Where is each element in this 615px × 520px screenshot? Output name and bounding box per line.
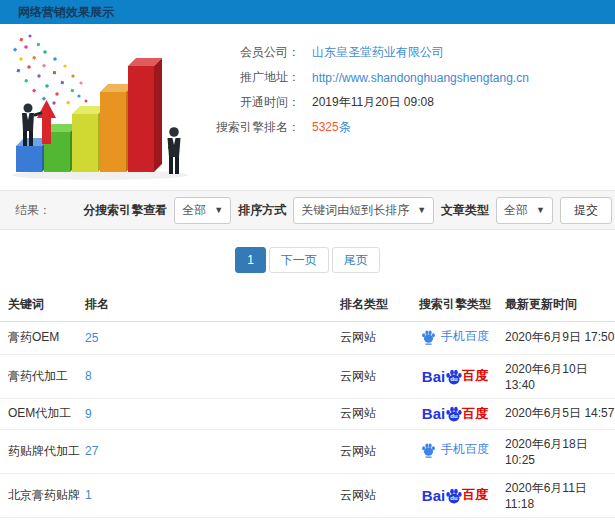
info-row-url: 推广地址： http://www.shandonghuangshengtang.…: [190, 65, 615, 90]
page: 网络营销效果展示: [0, 0, 615, 520]
table-row: 膏药代加工8云网站Baidu百度2020年6月10日 13:40: [0, 354, 615, 398]
rank-link[interactable]: 8: [85, 369, 92, 383]
company-label: 会员公司：: [190, 44, 300, 61]
engine-baidu-logo: Baidu百度: [422, 405, 488, 423]
last-page-button[interactable]: 尾页: [332, 247, 380, 273]
keyword-cell: 膏药代加工: [0, 354, 85, 398]
baidu-logo-bai: Bai: [422, 405, 445, 422]
result-label: 结果：: [15, 202, 51, 219]
baidu-paw-icon: du: [445, 368, 463, 385]
engine-mobile-baidu: 手机百度: [421, 328, 489, 345]
time-cell: 2020年6月5日 14:57: [505, 398, 615, 429]
sort-filter-label: 排序方式: [238, 202, 286, 219]
engine-mobile-baidu: 手机百度: [421, 441, 489, 458]
engine-cell: Baidu百度: [405, 473, 505, 517]
page-title: 网络营销效果展示: [18, 4, 114, 21]
time-cell: 2020年6月9日 17:50: [505, 322, 615, 355]
svg-text:du: du: [451, 376, 459, 382]
baidu-logo-baidu: 百度: [462, 486, 488, 504]
baidu-logo-bai: Bai: [422, 368, 445, 385]
open-time-label: 开通时间：: [190, 94, 300, 111]
table-row: 北京膏药贴牌1云网站Baidu百度2020年6月11日 11:18: [0, 473, 615, 517]
engine-cell: Baidu百度: [405, 354, 505, 398]
chevron-down-icon: ▼: [536, 205, 545, 215]
rank-link[interactable]: 25: [85, 331, 98, 345]
table-body: 膏药OEM25云网站手机百度2020年6月9日 17:50膏药代加工8云网站Ba…: [0, 322, 615, 520]
rank-count-number: 5325: [312, 120, 339, 134]
baidu-logo-bai: Bai: [422, 487, 445, 504]
baidu-paw-icon: [421, 442, 436, 458]
table-row: 药贴牌代加工27云网站手机百度2020年6月18日 10:25: [0, 429, 615, 473]
filter-bar: 结果： 分搜索引擎查看 全部 ▼ 排序方式 关键词由短到长排序 ▼ 文章类型 全…: [0, 190, 615, 230]
promo-url-link[interactable]: http://www.shandonghuangshengtang.cn: [312, 71, 529, 85]
time-cell: 2020年6月18日 10:25: [505, 429, 615, 473]
keyword-cell: 北京膏药贴牌: [0, 473, 85, 517]
keyword-cell: 药贴牌代加工: [0, 429, 85, 473]
rank-link[interactable]: 1: [85, 488, 92, 502]
table-header-row: 关键词 排名 排名类型 搜索引擎类型 最新更新时间: [0, 288, 615, 322]
confetti-decoration: [13, 34, 88, 104]
svg-text:du: du: [451, 413, 459, 419]
baidu-logo-baidu: 百度: [462, 367, 488, 385]
engine-mobile-label: 手机百度: [441, 441, 489, 458]
engine-baidu-logo: Baidu百度: [422, 367, 488, 385]
table-row: 膏药OEM25云网站手机百度2020年6月9日 17:50: [0, 322, 615, 355]
rank-type-cell: 云网站: [340, 429, 405, 473]
submit-button[interactable]: 提交: [560, 197, 612, 224]
chevron-down-icon: ▼: [214, 205, 223, 215]
rank-count-value: 5325条: [312, 119, 351, 136]
chevron-down-icon: ▼: [417, 205, 426, 215]
baidu-paw-icon: du: [445, 405, 463, 422]
sort-filter-select[interactable]: 关键词由短到长排序 ▼: [293, 197, 434, 224]
keyword-cell: 膏药OEM: [0, 322, 85, 355]
filter-group: 分搜索引擎查看 全部 ▼ 排序方式 关键词由短到长排序 ▼ 文章类型 全部 ▼ …: [83, 197, 612, 224]
pagination: 1 下一页 尾页: [0, 247, 615, 273]
info-row-company: 会员公司： 山东皇圣堂药业有限公司: [190, 40, 615, 65]
rank-count-unit: 条: [339, 120, 351, 134]
table-row: OEM代加工9云网站Baidu百度2020年6月5日 14:57: [0, 398, 615, 429]
time-cell: 2020年6月11日 11:18: [505, 473, 615, 517]
page-1-button[interactable]: 1: [235, 247, 266, 273]
engine-cell: Baidu百度: [405, 398, 505, 429]
article-type-label: 文章类型: [441, 202, 489, 219]
engine-filter-label: 分搜索引擎查看: [83, 202, 167, 219]
col-keyword: 关键词: [0, 288, 85, 322]
col-rank-type: 排名类型: [340, 288, 405, 322]
next-page-button[interactable]: 下一页: [269, 247, 329, 273]
rank-type-cell: 云网站: [340, 398, 405, 429]
rank-type-cell: 云网站: [340, 322, 405, 355]
rank-type-cell: 云网站: [340, 473, 405, 517]
engine-baidu-logo: Baidu百度: [422, 486, 488, 504]
rank-type-cell: 云网站: [340, 354, 405, 398]
info-row-open-time: 开通时间： 2019年11月20日 09:08: [190, 90, 615, 115]
svg-text:du: du: [451, 495, 459, 501]
growth-chart-illustration: [0, 32, 190, 186]
engine-filter-select[interactable]: 全部 ▼: [174, 197, 231, 224]
article-type-select[interactable]: 全部 ▼: [496, 197, 553, 224]
col-update-time: 最新更新时间: [505, 288, 615, 322]
rank-count-label: 搜索引擎排名：: [190, 119, 300, 136]
engine-mobile-label: 手机百度: [441, 328, 489, 345]
company-info: 会员公司： 山东皇圣堂药业有限公司 推广地址： http://www.shand…: [190, 24, 615, 188]
engine-cell: 手机百度: [405, 322, 505, 355]
baidu-paw-icon: du: [445, 487, 463, 504]
company-name-link[interactable]: 山东皇圣堂药业有限公司: [312, 44, 444, 61]
info-row-rank-count: 搜索引擎排名： 5325条: [190, 115, 615, 140]
col-engine-type: 搜索引擎类型: [405, 288, 505, 322]
engine-cell: 手机百度: [405, 429, 505, 473]
bar-red: [128, 58, 162, 172]
col-rank: 排名: [85, 288, 340, 322]
rank-link[interactable]: 27: [85, 444, 98, 458]
open-time-value: 2019年11月20日 09:08: [312, 94, 434, 111]
promo-url-label: 推广地址：: [190, 69, 300, 86]
time-cell: 2020年6月10日 13:40: [505, 354, 615, 398]
info-section: 会员公司： 山东皇圣堂药业有限公司 推广地址： http://www.shand…: [0, 24, 615, 188]
baidu-paw-icon: [421, 329, 436, 345]
header-bar: 网络营销效果展示: [0, 0, 615, 24]
baidu-logo-baidu: 百度: [462, 405, 488, 423]
keyword-cell: OEM代加工: [0, 398, 85, 429]
results-table: 关键词 排名 排名类型 搜索引擎类型 最新更新时间 膏药OEM25云网站手机百度…: [0, 288, 615, 520]
businessman-right: [168, 127, 181, 174]
rank-link[interactable]: 9: [85, 407, 92, 421]
